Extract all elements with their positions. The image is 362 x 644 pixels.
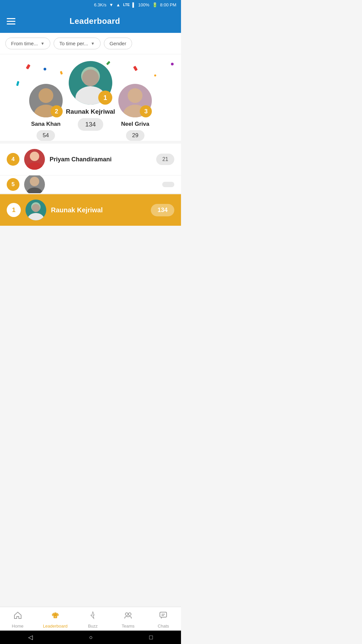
svg-point-13: [27, 213, 44, 220]
second-score: 54: [37, 130, 55, 141]
podium-first: 1 Raunak Kejriwal 134: [66, 61, 115, 131]
third-rank-badge: 3: [140, 105, 152, 117]
list-item: 4 Priyam Chandiramani 21: [0, 144, 181, 175]
menu-button[interactable]: [7, 18, 15, 24]
svg-point-9: [26, 162, 43, 170]
third-player-name: Neel Griva: [121, 121, 149, 127]
svg-point-14: [32, 204, 40, 212]
current-user-banner: 1 Raunak Kejriwal 134: [0, 194, 181, 226]
list-section: 4 Priyam Chandiramani 21 5: [0, 144, 181, 194]
header: Leaderboard: [0, 9, 181, 33]
battery-icon: 🔋: [152, 2, 158, 7]
banner-avatar: [25, 200, 46, 220]
podium-row: 2 Sana Khan 54 1: [5, 61, 176, 131]
network-speed: 6.3K/s: [94, 2, 107, 7]
banner-rank: 1: [7, 203, 21, 217]
first-player-name: Raunak Kejriwal: [66, 108, 115, 115]
list-score-5: [162, 182, 174, 187]
podium-second: 2 Sana Khan 54: [29, 84, 63, 141]
lte-icon: LTE: [123, 3, 130, 7]
status-bar: 6.3K/s ▼ ▲ LTE ▌ 100% 🔋 8:00 PM: [0, 0, 181, 9]
svg-point-0: [39, 88, 53, 103]
svg-point-10: [30, 177, 39, 186]
from-time-filter[interactable]: From time... ▼: [5, 38, 50, 49]
filter-bar: From time... ▼ To time per... ▼ Gender: [0, 33, 181, 54]
signal-icon: ▼: [109, 2, 113, 7]
svg-point-11: [26, 187, 43, 194]
first-avatar-wrap: 1: [69, 61, 112, 105]
signal-bars: ▌: [132, 2, 135, 7]
first-rank-badge: 1: [98, 91, 112, 105]
gender-filter[interactable]: Gender: [104, 38, 132, 49]
list-rank-badge-4: 4: [7, 153, 19, 166]
list-avatar-5: [24, 175, 45, 194]
chevron-down-icon: ▼: [41, 41, 45, 46]
wifi-icon: ▲: [116, 2, 120, 7]
second-avatar-wrap: 2: [29, 84, 63, 117]
second-rank-badge: 2: [51, 105, 63, 117]
list-avatar-4: [24, 149, 45, 170]
list-score-4: 21: [156, 154, 174, 165]
svg-point-8: [30, 152, 39, 161]
podium-section: 2 Sana Khan 54 1: [0, 54, 181, 141]
banner-name: Raunak Kejriwal: [51, 206, 146, 214]
first-score: 134: [78, 118, 103, 131]
svg-point-6: [128, 88, 142, 103]
svg-point-5: [82, 69, 99, 86]
to-time-filter[interactable]: To time per... ▼: [54, 38, 101, 49]
list-name-4: Priyam Chandiramani: [50, 156, 152, 163]
battery-percent: 100%: [138, 2, 149, 7]
second-player-name: Sana Khan: [31, 121, 61, 127]
list-rank-badge-5: 5: [7, 178, 19, 191]
chevron-down-icon: ▼: [91, 41, 95, 46]
page-title: Leaderboard: [15, 16, 174, 26]
list-item: 5: [0, 175, 181, 194]
time: 8:00 PM: [160, 2, 176, 7]
banner-score: 134: [151, 204, 174, 216]
third-score: 29: [126, 130, 144, 141]
podium-third: 3 Neel Griva 29: [118, 84, 152, 141]
third-avatar-wrap: 3: [118, 84, 152, 117]
